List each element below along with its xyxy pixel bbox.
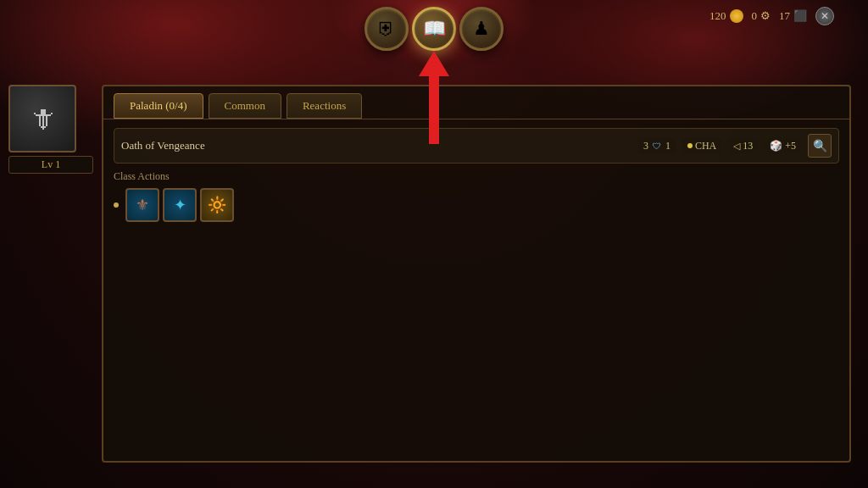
damage-icon: ◁ [733,141,740,152]
dice-icon: 🎲 [770,140,782,152]
class-actions-section: Class Actions ⚜ ✦ 🔆 [114,170,839,222]
stat-value-4: 13 [743,140,753,152]
cha-label: CHA [695,140,716,152]
gear-icon: ⚙ [760,9,771,23]
shield-stat-icon: 🛡 [651,140,663,152]
tab-common[interactable]: Common [209,93,281,119]
book-icon: 📖 [423,19,446,38]
nav-orb-equipment[interactable]: ⛨ [364,7,409,51]
gear-display: 0 ⚙ [752,9,771,23]
level-badge: Lv 1 [8,156,93,174]
action-icon-2[interactable]: ✦ [163,188,197,222]
top-hud: 120 0 ⚙ 17 ⬛ ✕ [709,7,834,25]
character-portrait: 🗡 [8,85,76,152]
stat-bonus: 🎲 +5 [765,138,801,154]
action-3-icon: 🔆 [208,196,226,214]
tab-reactions[interactable]: Reactions [287,93,362,119]
close-button[interactable]: ✕ [815,7,834,25]
sword-icon: 🗡 [29,103,56,135]
stat-value-5: +5 [785,140,796,152]
action-2-icon: ✦ [174,196,186,214]
stat-melee: 3 🛡 1 [638,138,676,154]
stat-value-1: 3 [643,140,648,152]
nav-orb-actions[interactable]: ♟ [459,7,504,51]
stat-cha: CHA [682,138,721,154]
gold-display: 120 [709,9,743,23]
red-arrow-indicator [419,51,449,144]
tab-paladin[interactable]: Paladin (0/4) [114,93,203,119]
chess-icon: ♟ [473,19,490,38]
action-icon-1[interactable]: ⚜ [125,188,159,222]
search-button[interactable]: 🔍 [808,134,832,158]
arrow-head [419,51,449,76]
spell-row: Oath of Vengeance 3 🛡 1 CHA ◁ 13 🎲 +5 🔍 [114,128,839,164]
helmet-icon: ⛨ [377,19,396,38]
nav-orbs: ⛨ 📖 ♟ [364,7,504,51]
spell-name: Oath of Vengeance [121,139,632,152]
gear-amount: 0 [752,9,758,23]
gold-amount: 120 [709,9,726,23]
arrow-shaft [429,76,439,144]
action-icon-3[interactable]: 🔆 [200,188,234,222]
action-icons-row: ⚜ ✦ 🔆 [114,188,839,222]
search-icon: 🔍 [813,139,827,153]
nav-orb-spells[interactable]: 📖 [412,7,456,51]
character-section: 🗡 Lv 1 [8,85,93,174]
class-actions-label: Class Actions [114,170,839,183]
gold-icon [730,9,743,23]
cha-dot-icon [687,143,693,148]
content-area: Oath of Vengeance 3 🛡 1 CHA ◁ 13 🎲 +5 🔍 [103,119,849,230]
weight-icon: ⬛ [793,9,807,23]
action-1-icon: ⚜ [136,196,149,214]
stat-value-2: 1 [665,140,670,152]
tab-bar: Paladin (0/4) Common Reactions [103,86,849,119]
weight-amount: 17 [779,9,790,23]
action-dot-indicator [114,202,119,208]
main-panel: Paladin (0/4) Common Reactions Oath of V… [102,85,851,463]
stat-damage: ◁ 13 [728,138,758,154]
weight-display: 17 ⬛ [779,9,807,23]
